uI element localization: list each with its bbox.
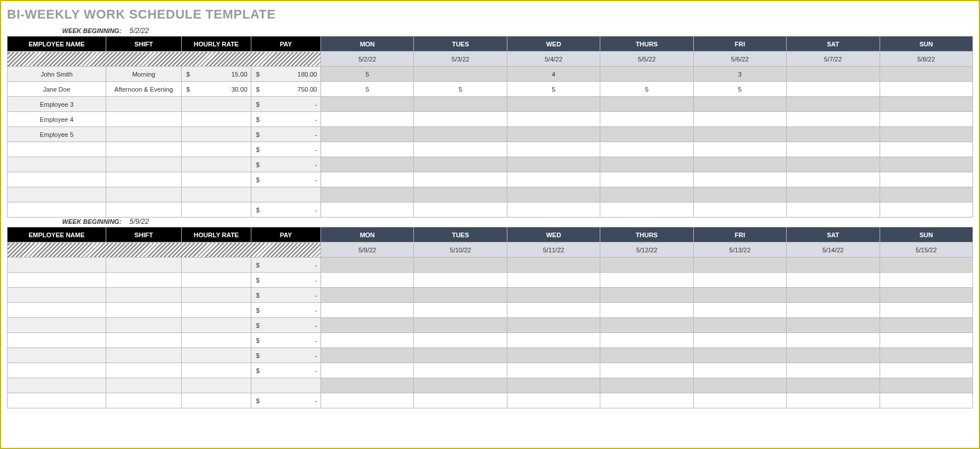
hours-cell[interactable] — [600, 202, 693, 218]
hours-cell[interactable] — [693, 363, 786, 378]
date-cell[interactable]: 5/3/22 — [414, 52, 507, 67]
hours-cell[interactable] — [787, 67, 880, 82]
employee-name-cell[interactable]: John Smith — [8, 67, 106, 82]
week-beginning-value[interactable]: 5/2/22 — [129, 27, 149, 35]
shift-cell[interactable] — [106, 288, 182, 303]
shift-cell[interactable] — [106, 363, 182, 378]
hours-cell[interactable] — [414, 288, 507, 303]
hours-cell[interactable] — [787, 303, 880, 318]
employee-name-cell[interactable] — [8, 288, 106, 303]
hourly-rate-cell[interactable] — [182, 303, 251, 318]
hours-cell[interactable] — [600, 142, 693, 157]
hours-cell[interactable] — [321, 172, 414, 187]
employee-name-cell[interactable] — [8, 157, 106, 172]
hours-cell[interactable] — [600, 273, 693, 288]
hourly-rate-cell[interactable] — [182, 258, 251, 273]
hours-cell[interactable] — [414, 97, 507, 112]
hours-cell[interactable] — [321, 378, 414, 393]
hours-cell[interactable] — [787, 363, 880, 378]
hours-cell[interactable] — [880, 157, 972, 172]
hours-cell[interactable] — [507, 393, 600, 408]
hours-cell[interactable] — [880, 172, 972, 187]
hours-cell[interactable] — [693, 288, 786, 303]
employee-name-cell[interactable] — [8, 202, 106, 218]
hours-cell[interactable] — [321, 348, 414, 363]
shift-cell[interactable] — [106, 202, 182, 218]
hours-cell[interactable] — [414, 303, 507, 318]
hours-cell[interactable] — [321, 127, 414, 142]
hours-cell[interactable] — [693, 127, 786, 142]
hours-cell[interactable] — [693, 258, 786, 273]
employee-name-cell[interactable] — [8, 273, 106, 288]
date-cell[interactable]: 5/11/22 — [507, 242, 600, 258]
hours-cell[interactable] — [321, 97, 414, 112]
hours-cell[interactable] — [321, 333, 414, 348]
hourly-rate-cell[interactable] — [182, 157, 251, 172]
date-cell[interactable]: 5/13/22 — [693, 242, 786, 258]
hours-cell[interactable] — [507, 187, 600, 202]
hours-cell[interactable] — [321, 112, 414, 127]
hours-cell[interactable] — [507, 202, 600, 218]
hours-cell[interactable] — [600, 187, 693, 202]
date-cell[interactable]: 5/10/22 — [414, 242, 507, 258]
hours-cell[interactable]: 3 — [693, 67, 786, 82]
employee-name-cell[interactable] — [8, 378, 106, 393]
hours-cell[interactable] — [414, 142, 507, 157]
hourly-rate-cell[interactable]: $30.00 — [182, 82, 251, 97]
hours-cell[interactable] — [787, 393, 880, 408]
hours-cell[interactable] — [880, 142, 972, 157]
hours-cell[interactable] — [787, 172, 880, 187]
hours-cell[interactable] — [693, 202, 786, 218]
hours-cell[interactable] — [414, 127, 507, 142]
hours-cell[interactable] — [880, 348, 972, 363]
hours-cell[interactable]: 5 — [693, 82, 786, 97]
shift-cell[interactable] — [106, 127, 182, 142]
hours-cell[interactable] — [880, 127, 972, 142]
hours-cell[interactable] — [600, 303, 693, 318]
hours-cell[interactable]: 5 — [507, 82, 600, 97]
hours-cell[interactable] — [600, 157, 693, 172]
hours-cell[interactable] — [507, 142, 600, 157]
employee-name-cell[interactable]: Jane Doe — [8, 82, 106, 97]
hours-cell[interactable] — [600, 393, 693, 408]
hours-cell[interactable] — [414, 172, 507, 187]
employee-name-cell[interactable] — [8, 142, 106, 157]
hours-cell[interactable] — [693, 348, 786, 363]
hours-cell[interactable] — [414, 348, 507, 363]
shift-cell[interactable] — [106, 303, 182, 318]
hours-cell[interactable] — [880, 333, 972, 348]
hours-cell[interactable] — [693, 157, 786, 172]
employee-name-cell[interactable] — [8, 318, 106, 333]
hours-cell[interactable] — [414, 318, 507, 333]
hours-cell[interactable] — [507, 273, 600, 288]
hours-cell[interactable] — [507, 318, 600, 333]
hourly-rate-cell[interactable]: $15.00 — [182, 67, 251, 82]
hours-cell[interactable] — [507, 157, 600, 172]
hours-cell[interactable] — [787, 187, 880, 202]
hours-cell[interactable] — [414, 258, 507, 273]
hours-cell[interactable] — [507, 127, 600, 142]
hours-cell[interactable] — [414, 333, 507, 348]
shift-cell[interactable] — [106, 97, 182, 112]
hours-cell[interactable] — [321, 142, 414, 157]
hourly-rate-cell[interactable] — [182, 202, 251, 218]
hours-cell[interactable] — [507, 333, 600, 348]
shift-cell[interactable] — [106, 172, 182, 187]
hours-cell[interactable] — [321, 187, 414, 202]
hours-cell[interactable] — [880, 273, 972, 288]
hourly-rate-cell[interactable] — [182, 273, 251, 288]
hours-cell[interactable] — [321, 303, 414, 318]
shift-cell[interactable]: Afternoon & Evening — [106, 82, 182, 97]
date-cell[interactable]: 5/4/22 — [507, 52, 600, 67]
hours-cell[interactable] — [693, 112, 786, 127]
hours-cell[interactable] — [880, 258, 972, 273]
shift-cell[interactable] — [106, 273, 182, 288]
hours-cell[interactable]: 5 — [321, 82, 414, 97]
hours-cell[interactable] — [507, 258, 600, 273]
hours-cell[interactable] — [600, 127, 693, 142]
employee-name-cell[interactable]: Employee 4 — [8, 112, 106, 127]
hours-cell[interactable] — [880, 112, 972, 127]
hours-cell[interactable] — [507, 288, 600, 303]
hours-cell[interactable]: 5 — [600, 82, 693, 97]
hours-cell[interactable] — [693, 97, 786, 112]
